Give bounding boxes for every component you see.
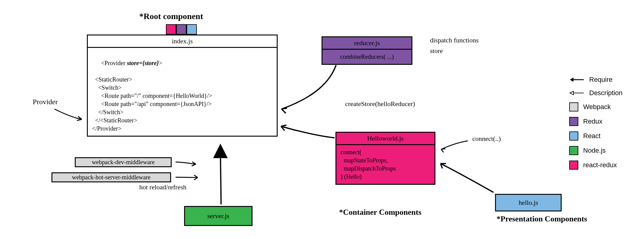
- legend-reactredux: react-redux: [569, 161, 623, 170]
- legend-swatch-webpack: [569, 102, 578, 111]
- code-l7: </<StaticRouter>: [92, 116, 272, 124]
- legend-react: React: [569, 131, 623, 141]
- connect-label: connect(..): [472, 135, 501, 143]
- helloworld-title: Helloworld.js: [336, 133, 434, 144]
- webpack-dev-arrow: [174, 158, 201, 167]
- webpack-dev-tag: webpack-dev-middleware: [75, 157, 172, 167]
- code-l1a: <Provider: [101, 60, 127, 66]
- index-box: index.js <Provider store={store}> <Stati…: [87, 35, 278, 137]
- helloworld-box: Helloworld.js connect( mapStateToProps, …: [335, 132, 435, 185]
- legend-description-label: Description: [589, 89, 623, 97]
- legend-redux-label: Redux: [583, 118, 603, 125]
- legend-webpack-label: Webpack: [583, 103, 611, 111]
- legend-swatch-react: [569, 131, 578, 141]
- provider-label: Provider: [33, 98, 58, 106]
- legend-react-label: React: [583, 132, 600, 140]
- tag-blue: [187, 24, 197, 35]
- hw-l3: mapDispatchToProps: [341, 164, 430, 173]
- legend-description-arrow: [569, 89, 584, 97]
- hw-l2: mapStateToProps,: [341, 156, 430, 164]
- hw-l1: connect(: [341, 148, 430, 156]
- helloworld-arrow: [279, 123, 338, 144]
- code-l6: </Switch>: [92, 108, 272, 116]
- provider-arrow: [51, 106, 88, 124]
- legend-webpack: Webpack: [569, 102, 623, 111]
- legend: Require Description Webpack Redux React …: [569, 76, 623, 175]
- createstore-label: createStore(helloReducer): [345, 100, 415, 108]
- code-l4: <Route path="/" component={HelloWorld}/>: [92, 92, 272, 100]
- store-label: store: [430, 47, 443, 55]
- webpack-hot-tag: webpack-hot-server-middleware: [51, 172, 171, 182]
- legend-node: Node.js: [569, 146, 623, 155]
- hw-l4: ) (Hello): [341, 173, 430, 181]
- presentation-title: *Presentation Components: [497, 214, 587, 224]
- code-l5: <Route path="/api" component={JsonAPI}/>: [92, 100, 272, 108]
- helloworld-body: connect( mapStateToProps, mapDispatchToP…: [336, 144, 434, 184]
- index-title: index.js: [88, 35, 277, 47]
- hot-reload-note: hot reload/refresh: [139, 183, 187, 191]
- legend-swatch-reactredux: [569, 161, 578, 170]
- legend-description: Description: [569, 89, 623, 97]
- webpack-hot-arrow: [174, 173, 203, 182]
- connect-desc-arrow: [438, 138, 471, 153]
- hello-title: hello.js: [519, 199, 538, 207]
- server-arrow: [212, 142, 230, 206]
- dispatch-label: dispatch functions: [430, 36, 479, 44]
- reducer-arrow: [279, 64, 345, 115]
- tag-purple: [176, 24, 187, 35]
- legend-require-label: Require: [589, 76, 613, 84]
- legend-redux: Redux: [569, 117, 623, 126]
- hello-arrow: [438, 161, 498, 197]
- reducer-body: combineReducers( ...): [322, 49, 411, 64]
- legend-node-label: Node.js: [583, 147, 606, 154]
- tag-magenta: [166, 24, 176, 35]
- index-body: <Provider store={store}> <StaticRouter> …: [88, 47, 277, 136]
- legend-swatch-node: [569, 146, 578, 155]
- code-l1c: >: [159, 60, 162, 66]
- legend-require-arrow: [569, 76, 584, 83]
- server-title: server.js: [207, 212, 230, 220]
- index-tags: [166, 24, 197, 36]
- hello-box: hello.js: [495, 194, 562, 211]
- reducer-box: reducer.js combineReducers( ...): [322, 36, 412, 65]
- legend-swatch-redux: [569, 117, 578, 126]
- legend-reactredux-label: react-redux: [583, 161, 617, 169]
- reducer-title: reducer.js: [322, 37, 411, 49]
- container-title: *Container Components: [339, 207, 421, 217]
- code-l2: <StaticRouter>: [92, 75, 272, 84]
- server-box: server.js: [184, 206, 253, 226]
- code-l3: <Switch>: [92, 84, 272, 92]
- code-l8: </Provider>: [92, 124, 272, 133]
- legend-require: Require: [569, 76, 623, 84]
- root-title: *Root component: [139, 12, 203, 21]
- code-l1b: store={store}: [127, 60, 159, 66]
